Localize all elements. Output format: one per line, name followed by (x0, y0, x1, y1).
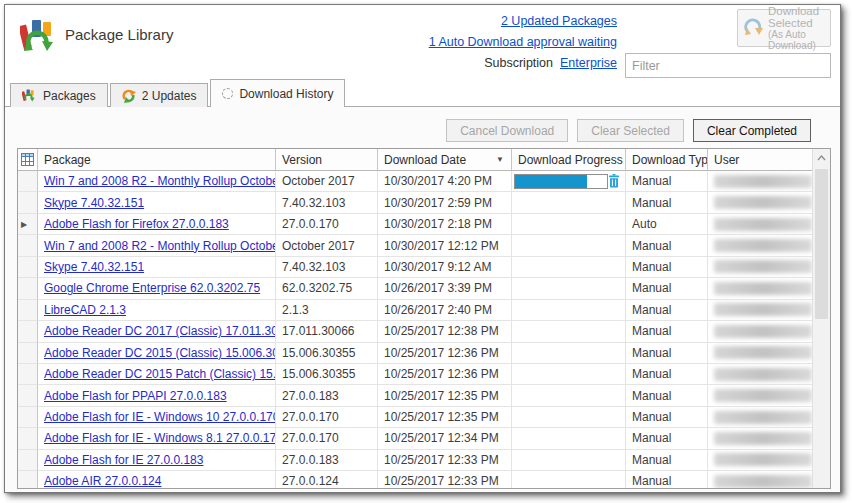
user-cell (708, 278, 813, 299)
delete-download-icon[interactable] (608, 174, 620, 188)
clear-selected-button[interactable]: Clear Selected (577, 119, 684, 142)
download-selected-button[interactable]: Download Selected (As Auto Download) (737, 9, 831, 47)
package-link[interactable]: Adobe Reader DC 2015 Patch (Classic) 15.… (44, 367, 276, 381)
column-header-download-date[interactable]: Download Date ▼ (378, 149, 512, 171)
table-row[interactable]: Adobe Reader DC 2015 Patch (Classic) 15.… (18, 364, 813, 385)
redacted-user (714, 303, 812, 316)
auto-download-icon (742, 17, 764, 39)
column-header-package[interactable]: Package (38, 149, 276, 171)
updates-icon (122, 89, 136, 103)
scrollbar-thumb[interactable] (815, 169, 828, 319)
row-selector-cell[interactable] (18, 343, 38, 364)
download-selected-label: Download Selected (768, 5, 826, 29)
row-selector-cell[interactable] (18, 300, 38, 321)
column-header-version[interactable]: Version (276, 149, 378, 171)
cancel-download-button[interactable]: Cancel Download (446, 119, 568, 142)
package-link[interactable]: Win 7 and 2008 R2 - Monthly Rollup Octob… (44, 174, 276, 188)
table-row[interactable]: Skype 7.40.32.151 7.40.32.103 10/30/2017… (18, 192, 813, 213)
package-link[interactable]: Adobe Flash for IE 27.0.0.183 (44, 453, 203, 467)
tab-download-history[interactable]: Download History (210, 79, 345, 107)
package-link[interactable]: Adobe Flash for IE - Windows 10 27.0.0.1… (44, 410, 276, 424)
date-cell: 10/30/2017 12:12 PM (378, 235, 512, 256)
redacted-user (714, 389, 812, 402)
version-cell: 7.40.32.103 (276, 257, 378, 278)
row-selector-cell[interactable] (18, 235, 38, 256)
date-cell: 10/25/2017 12:35 PM (378, 407, 512, 428)
column-header-download-progress[interactable]: Download Progress (512, 149, 626, 171)
subscription-link[interactable]: Enterprise (560, 53, 617, 74)
tab-packages[interactable]: Packages (10, 83, 108, 107)
table-row[interactable]: Adobe Flash for PPAPI 27.0.0.183 27.0.0.… (18, 385, 813, 406)
filter-input[interactable] (625, 53, 831, 78)
redacted-user (714, 175, 812, 188)
user-cell (708, 192, 813, 213)
table-row[interactable]: Google Chrome Enterprise 62.0.3202.75 62… (18, 278, 813, 299)
table-row[interactable]: Adobe Flash for IE - Windows 10 27.0.0.1… (18, 407, 813, 428)
progress-fill (515, 175, 587, 188)
download-history-table: Package Version Download Date ▼ Download… (17, 148, 831, 489)
package-link[interactable]: Adobe Flash for IE - Windows 8.1 27.0.0.… (44, 431, 276, 445)
package-link[interactable]: Win 7 and 2008 R2 - Monthly Rollup Octob… (44, 239, 276, 253)
updated-packages-link[interactable]: 2 Updated Packages (501, 11, 617, 32)
type-cell: Manual (626, 192, 708, 213)
date-cell: 10/25/2017 12:36 PM (378, 343, 512, 364)
table-row[interactable]: Adobe Reader DC 2017 (Classic) 17.011.30… (18, 321, 813, 342)
table-row[interactable]: Win 7 and 2008 R2 - Monthly Rollup Octob… (18, 171, 813, 192)
package-library-window: Package Library 2 Updated Packages 1 Aut… (4, 4, 841, 493)
version-cell: October 2017 (276, 235, 378, 256)
progress-cell (512, 450, 626, 471)
user-cell (708, 300, 813, 321)
table-row[interactable]: Adobe AIR 27.0.0.124 27.0.0.124 10/25/20… (18, 471, 813, 488)
table-row[interactable]: Adobe Flash for IE 27.0.0.183 27.0.0.183… (18, 450, 813, 471)
user-cell (708, 364, 813, 385)
row-selector-cell[interactable] (18, 385, 38, 406)
table-row[interactable]: ▶ Adobe Flash for Firefox 27.0.0.183 27.… (18, 214, 813, 235)
select-all-corner[interactable] (18, 149, 38, 171)
user-cell (708, 343, 813, 364)
package-link[interactable]: Adobe Reader DC 2015 (Classic) 15.006.30… (44, 346, 276, 360)
version-cell: 2.1.3 (276, 300, 378, 321)
clear-completed-button[interactable]: Clear Completed (693, 119, 811, 142)
column-header-download-type[interactable]: Download Type (626, 149, 708, 171)
table-row[interactable]: Adobe Reader DC 2015 (Classic) 15.006.30… (18, 343, 813, 364)
date-cell: 10/30/2017 2:18 PM (378, 214, 512, 235)
row-selector-cell[interactable] (18, 364, 38, 385)
vertical-scrollbar[interactable] (812, 149, 830, 488)
package-link[interactable]: Skype 7.40.32.151 (44, 196, 144, 210)
scroll-up-icon[interactable] (813, 149, 830, 166)
package-link[interactable]: Google Chrome Enterprise 62.0.3202.75 (44, 281, 260, 295)
tab-updates[interactable]: 2 Updates (110, 83, 209, 107)
row-selector-cell[interactable]: ▶ (18, 214, 38, 235)
row-selector-cell[interactable] (18, 278, 38, 299)
package-link[interactable]: Skype 7.40.32.151 (44, 260, 144, 274)
version-cell: 15.006.30355 (276, 343, 378, 364)
user-cell (708, 450, 813, 471)
tab-bar: Packages 2 Updates Download History (10, 79, 347, 107)
table-body: Win 7 and 2008 R2 - Monthly Rollup Octob… (18, 171, 813, 488)
table-row[interactable]: LibreCAD 2.1.3 2.1.3 10/26/2017 2:40 PM … (18, 300, 813, 321)
column-header-user[interactable]: User (708, 149, 813, 171)
row-selector-cell[interactable] (18, 428, 38, 449)
row-selector-cell[interactable] (18, 321, 38, 342)
user-cell (708, 214, 813, 235)
version-cell: 27.0.0.124 (276, 471, 378, 488)
package-link[interactable]: Adobe Flash for Firefox 27.0.0.183 (44, 217, 229, 231)
type-cell: Auto (626, 214, 708, 235)
table-row[interactable]: Adobe Flash for IE - Windows 8.1 27.0.0.… (18, 428, 813, 449)
approval-waiting-link[interactable]: 1 Auto Download approval waiting (429, 32, 617, 53)
row-selector-cell[interactable] (18, 450, 38, 471)
row-selector-cell[interactable] (18, 171, 38, 192)
package-link[interactable]: Adobe Reader DC 2017 (Classic) 17.011.30… (44, 324, 276, 338)
package-link[interactable]: Adobe AIR 27.0.0.124 (44, 474, 161, 488)
row-selector-cell[interactable] (18, 192, 38, 213)
table-grid-icon (21, 153, 34, 166)
redacted-user (714, 346, 812, 359)
table-row[interactable]: Win 7 and 2008 R2 - Monthly Rollup Octob… (18, 235, 813, 256)
row-selector-cell[interactable] (18, 407, 38, 428)
row-selector-cell[interactable] (18, 257, 38, 278)
version-cell: 27.0.0.170 (276, 428, 378, 449)
package-link[interactable]: Adobe Flash for PPAPI 27.0.0.183 (44, 389, 227, 403)
row-selector-cell[interactable] (18, 471, 38, 488)
table-row[interactable]: Skype 7.40.32.151 7.40.32.103 10/30/2017… (18, 257, 813, 278)
package-link[interactable]: LibreCAD 2.1.3 (44, 303, 126, 317)
